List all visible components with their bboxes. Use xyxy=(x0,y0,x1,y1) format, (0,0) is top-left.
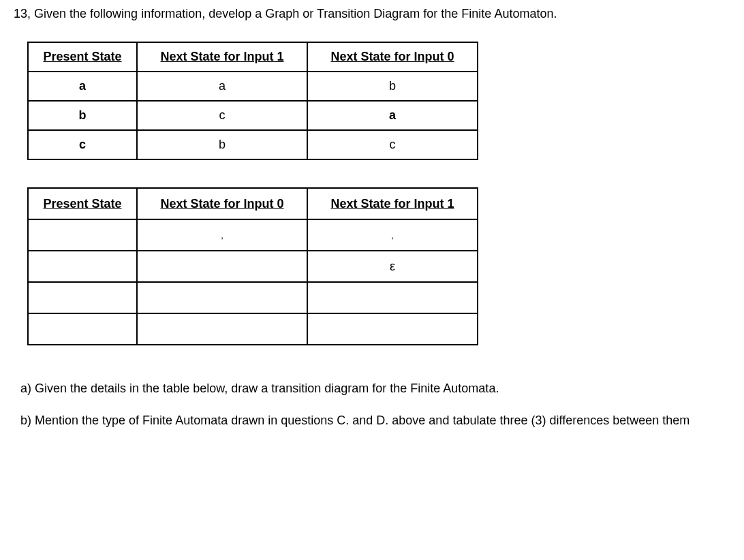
header-next-state-0: Next State for Input 0 xyxy=(307,42,478,72)
cell-present: b xyxy=(28,101,137,130)
table-row: ε xyxy=(28,251,478,282)
cell-present xyxy=(28,219,137,251)
cell-present xyxy=(28,313,137,345)
header-next-state-1: Next State for Input 1 xyxy=(137,42,307,72)
cell-next1: , xyxy=(307,219,478,251)
sub-b-prefix: b) xyxy=(20,414,35,427)
transition-table-1: Present State Next State for Input 1 Nex… xyxy=(27,42,478,160)
cell-next1: b xyxy=(137,130,307,159)
cell-next0: c xyxy=(307,130,478,159)
cell-next0 xyxy=(137,282,307,313)
question-number: 13, xyxy=(14,7,31,20)
cell-present: a xyxy=(28,72,137,101)
table-row xyxy=(28,282,478,313)
cell-next0: a xyxy=(307,101,478,130)
cell-next1: ε xyxy=(307,251,478,282)
header-present-state: Present State xyxy=(28,42,137,72)
header-present-state: Present State xyxy=(28,188,137,219)
cell-present xyxy=(28,251,137,282)
cell-next0: , xyxy=(137,219,307,251)
cell-next1 xyxy=(307,313,478,345)
header-next-state-0: Next State for Input 0 xyxy=(137,188,307,219)
cell-present xyxy=(28,282,137,313)
question-text: Given the following information, develop… xyxy=(34,7,557,20)
cell-next0: b xyxy=(307,72,478,101)
table-row: , , xyxy=(28,219,478,251)
table-header-row: Present State Next State for Input 1 Nex… xyxy=(28,42,478,72)
cell-next0 xyxy=(137,251,307,282)
sub-b-text: Mention the type of Finite Automata draw… xyxy=(35,414,689,427)
table-row: c b c xyxy=(28,130,478,159)
sub-question-b: b) Mention the type of Finite Automata d… xyxy=(20,411,730,430)
table-row: b c a xyxy=(28,101,478,130)
header-next-state-1: Next State for Input 1 xyxy=(307,188,478,219)
question-line: 13, Given the following information, dev… xyxy=(14,7,730,21)
table-row: a a b xyxy=(28,72,478,101)
transition-table-2: Present State Next State for Input 0 Nex… xyxy=(27,187,478,345)
sub-question-a: a) Given the details in the table below,… xyxy=(20,379,730,398)
table-header-row: Present State Next State for Input 0 Nex… xyxy=(28,188,478,219)
table-row xyxy=(28,313,478,345)
cell-present: c xyxy=(28,130,137,159)
cell-next1 xyxy=(307,282,478,313)
cell-next1: a xyxy=(137,72,307,101)
cell-next0 xyxy=(137,313,307,345)
cell-next1: c xyxy=(137,101,307,130)
